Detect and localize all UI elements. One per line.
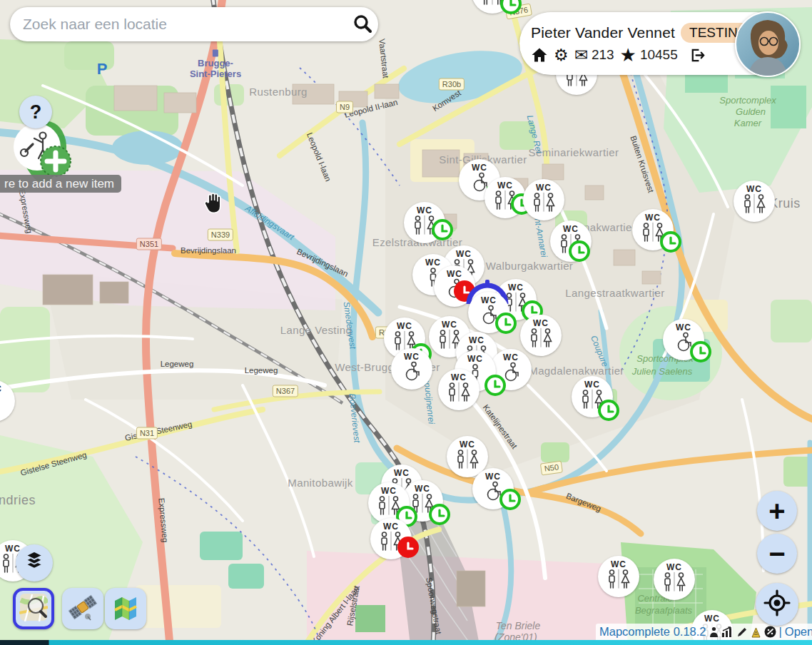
license-icon[interactable] [764,626,776,639]
opening-hours-badge[interactable] [484,375,506,396]
opening-hours-badge[interactable] [598,400,619,421]
osm-carto-icon [19,593,48,624]
satellite-icon [68,592,98,625]
toilet-marker[interactable]: WC [0,380,15,422]
zoom-in-button[interactable]: + [757,491,797,531]
geolocate-button[interactable] [756,583,798,626]
toilet-marker[interactable]: WC [598,556,639,597]
search-bar [10,7,378,41]
male-female-icon [660,572,689,596]
marker-wc-label: WC [746,185,762,193]
male-female-icon [445,382,473,406]
changesets-star-icon[interactable]: ★ [620,46,636,64]
logout-icon[interactable] [689,46,706,64]
grab-hand-cursor [201,190,226,218]
male-female-icon [529,192,558,216]
toilet-marker[interactable]: WC [391,348,432,390]
background-map-button[interactable] [105,588,146,629]
marker-wc-label: WC [456,250,472,258]
marker-wc-label: WC [563,225,579,233]
search-input[interactable] [10,16,347,33]
toilet-marker[interactable]: WC [438,369,479,410]
poi-markers-layer: WCWCWCWCWCWCWCWCWCWCWCWCWCWCWCWCWCWCWCWC… [0,0,812,645]
toilet-marker[interactable]: WC [734,181,775,222]
marker-wc-label: WC [425,258,441,267]
toilet-marker[interactable]: WC [654,559,695,600]
marker-wc-label: WC [417,206,432,215]
marker-wc-label: WC [497,181,513,190]
opening-hours-badge[interactable] [432,219,453,240]
person-icon [0,393,9,417]
marker-wc-label: WC [394,469,410,477]
changesets-count: 10455 [640,47,678,63]
marker-wc-label: WC [533,319,549,327]
marker-wc-label: WC [645,213,661,222]
marker-wc-label: WC [442,320,457,329]
marker-wc-label: WC [676,323,691,332]
mapcomplete-version-link[interactable]: Mapcomplete 0.18.2 [599,625,706,639]
opening-hours-badge[interactable] [429,504,450,525]
help-question-mark: ? [30,101,42,123]
male-female-icon [740,193,768,218]
male-female-icon [604,569,633,593]
marker-wc-label: WC [381,487,397,495]
marker-wc-label: WC [460,440,475,449]
closed-clock-badge[interactable] [397,537,419,558]
edit-pencil-icon[interactable] [736,626,748,639]
attribution-separator: | [779,625,782,639]
toilet-marker[interactable]: WC [523,179,564,220]
marker-wc-label: WC [666,563,682,572]
male-female-icon [453,449,482,473]
marker-wc-label: WC [611,560,626,569]
marker-wc-label: WC [508,283,524,292]
opening-hours-badge[interactable] [500,0,522,14]
marker-wc-label: WC [584,380,600,389]
home-icon[interactable] [531,46,548,64]
settings-gear-icon[interactable]: ⚙ [554,46,569,64]
marker-wc-label: WC [469,336,484,345]
folded-map-icon [111,593,140,624]
openstreetmap-link[interactable]: OpenStreetMap [785,625,812,639]
marker-wc-label: WC [451,373,467,382]
marker-wc-label: WC [536,183,552,192]
crosshair-icon [763,589,791,619]
user-stats-icon[interactable] [709,626,719,639]
marker-wc-label: WC [404,352,420,361]
bottom-progress-bar [0,640,812,645]
zoom-out-button[interactable]: − [757,534,797,574]
marker-wc-label: WC [447,270,462,278]
marker-wc-label: WC [485,472,501,481]
marker-wc-label: WC [467,355,483,363]
opening-hours-badge[interactable] [495,313,517,334]
marker-wc-label: WC [415,484,430,493]
user-name: Pieter Vander Vennet [531,24,675,41]
layers-button[interactable] [16,544,53,581]
messages-icon[interactable]: ✉ [574,46,588,64]
search-button[interactable] [347,9,378,40]
marker-wc-label: WC [503,353,519,362]
search-icon [352,13,373,36]
attribution-bar: Mapcomplete 0.18.2 | OpenStreetMap [596,624,812,640]
opening-hours-badge[interactable] [690,341,711,362]
statistics-chart-icon[interactable] [721,626,734,639]
wheelchair-icon [397,361,426,385]
messages-count: 213 [592,47,614,63]
marker-wc-label: WC [472,163,487,172]
layers-icon [22,549,46,577]
add-item-tooltip: re to add a new item [0,175,121,193]
avatar[interactable] [735,11,801,77]
background-osm-button[interactable] [13,588,54,629]
marker-wc-label: WC [481,296,497,305]
male-female-icon [527,327,555,352]
opening-hours-badge[interactable] [660,231,681,253]
background-satellite-button[interactable] [62,588,103,629]
opening-hours-badge[interactable] [569,240,590,262]
help-button[interactable]: ? [19,96,52,128]
opening-hours-badge[interactable] [499,489,521,510]
marker-wc-label: WC [704,614,720,623]
mascot-icon[interactable] [751,626,761,639]
marker-wc-label: WC [383,522,399,531]
toilet-marker[interactable]: WC [520,315,562,356]
marker-wc-label: WC [397,322,412,330]
marker-wc-label: WC [0,385,2,393]
